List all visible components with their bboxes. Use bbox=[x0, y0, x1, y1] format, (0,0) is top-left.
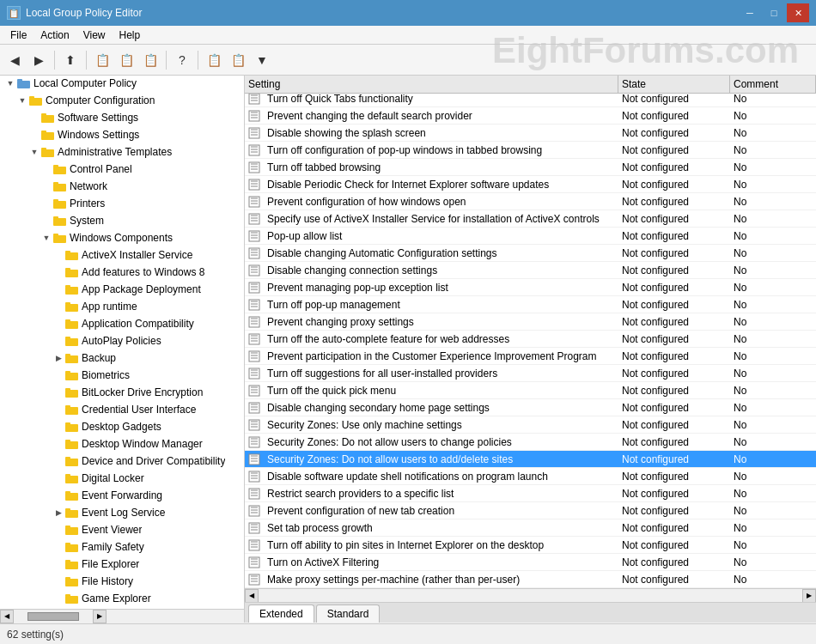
col-header-setting[interactable]: Setting bbox=[245, 76, 618, 93]
tree-item[interactable]: Control Panel bbox=[0, 161, 244, 178]
tree-item[interactable]: ▼Windows Components bbox=[0, 229, 244, 246]
col-header-comment[interactable]: Comment bbox=[730, 76, 816, 93]
tree-item[interactable]: Digital Locker bbox=[0, 470, 244, 487]
tree-item[interactable]: ▼Computer Configuration bbox=[0, 92, 244, 109]
menu-action[interactable]: Action bbox=[33, 27, 76, 43]
cell-setting: Pop-up allow list bbox=[264, 230, 618, 242]
tree-item[interactable]: ▶Event Log Service bbox=[0, 504, 244, 521]
list-row[interactable]: Turn off tabbed browsingNot configuredNo bbox=[245, 159, 816, 176]
menu-view[interactable]: View bbox=[76, 27, 113, 43]
tree-item[interactable]: ▼Administrative Templates bbox=[0, 143, 244, 161]
list-row[interactable]: Turn off suggestions for all user-instal… bbox=[245, 365, 816, 382]
maximize-button[interactable]: □ bbox=[763, 3, 785, 22]
list-row[interactable]: Prevent changing proxy settingsNot confi… bbox=[245, 313, 816, 331]
tree-item-label: BitLocker Drive Encryption bbox=[82, 386, 203, 398]
list-row[interactable]: Prevent configuration of how windows ope… bbox=[245, 193, 816, 210]
tree-item[interactable]: Device and Driver Compatibility bbox=[0, 453, 244, 470]
list-row[interactable]: Disable changing Automatic Configuration… bbox=[245, 245, 816, 262]
forward-button[interactable]: ▶ bbox=[27, 49, 50, 71]
tree-item-label: Application Compatibility bbox=[82, 318, 194, 330]
list-row[interactable]: Security Zones: Use only machine setting… bbox=[245, 416, 816, 434]
list-row[interactable]: Security Zones: Do not allow users to ch… bbox=[245, 434, 816, 451]
up-button[interactable]: ⬆ bbox=[59, 49, 82, 71]
tree-item[interactable]: Game Explorer bbox=[0, 590, 244, 607]
menu-file[interactable]: File bbox=[3, 27, 33, 43]
tree-item[interactable]: Application Compatibility bbox=[0, 315, 244, 332]
list-row[interactable]: Disable showing the splash screenNot con… bbox=[245, 125, 816, 142]
list-row[interactable]: Set tab process growthNot configuredNo bbox=[245, 519, 816, 537]
tree-item[interactable]: App Package Deployment bbox=[0, 281, 244, 298]
tree-item[interactable]: ▶Backup bbox=[0, 349, 244, 367]
customize-button[interactable]: 📋 bbox=[203, 49, 225, 71]
new-window-button[interactable]: 📋 bbox=[139, 49, 161, 71]
tree-item[interactable]: File Explorer bbox=[0, 556, 244, 573]
list-row[interactable]: Turn off ability to pin sites in Interne… bbox=[245, 537, 816, 554]
options-button[interactable]: 📋 bbox=[227, 49, 249, 71]
tree-item[interactable]: Software Settings bbox=[0, 109, 244, 126]
list-hscroll-left[interactable]: ◀ bbox=[245, 589, 259, 603]
tree-item-label: Computer Configuration bbox=[46, 94, 155, 106]
hscroll-thumb[interactable] bbox=[27, 612, 79, 621]
svg-rect-53 bbox=[65, 527, 78, 535]
list-hscroll-right[interactable]: ▶ bbox=[802, 589, 816, 603]
cell-setting: Security Zones: Do not allow users to ch… bbox=[264, 436, 618, 448]
menu-help[interactable]: Help bbox=[113, 27, 148, 43]
hscroll-left-arrow[interactable]: ◀ bbox=[0, 610, 14, 623]
tree-item[interactable]: File History bbox=[0, 573, 244, 590]
list-row[interactable]: Specify use of ActiveX Installer Service… bbox=[245, 210, 816, 228]
list-row[interactable]: Turn off Quick Tabs functionalityNot con… bbox=[245, 94, 816, 107]
tree-item[interactable]: Add features to Windows 8 bbox=[0, 264, 244, 281]
list-row[interactable]: Restrict search providers to a specific … bbox=[245, 485, 816, 502]
properties-button[interactable]: 📋 bbox=[115, 49, 137, 71]
cell-comment: No bbox=[730, 110, 816, 122]
tree-item[interactable]: AutoPlay Policies bbox=[0, 332, 244, 349]
list-row[interactable]: Prevent configuration of new tab creatio… bbox=[245, 502, 816, 519]
help-button[interactable]: ? bbox=[171, 49, 193, 71]
list-row[interactable]: Disable changing secondary home page set… bbox=[245, 399, 816, 416]
policy-icon bbox=[245, 94, 264, 107]
tree-item[interactable]: ActiveX Installer Service bbox=[0, 246, 244, 264]
tree-item[interactable]: Windows Settings bbox=[0, 126, 244, 143]
tree-item[interactable]: Event Viewer bbox=[0, 521, 244, 538]
tree-item[interactable]: Family Safety bbox=[0, 538, 244, 556]
list-row[interactable]: Disable Periodic Check for Internet Expl… bbox=[245, 176, 816, 193]
close-button[interactable]: ✕ bbox=[787, 3, 809, 22]
list-row[interactable]: Turn off the quick pick menuNot configur… bbox=[245, 382, 816, 399]
list-hscroll[interactable]: ◀ ▶ bbox=[245, 588, 816, 602]
list-row[interactable]: Turn off pop-up managementNot configured… bbox=[245, 296, 816, 313]
tree-item[interactable]: App runtime bbox=[0, 298, 244, 315]
back-button[interactable]: ◀ bbox=[3, 49, 26, 71]
list-row[interactable]: Pop-up allow listNot configuredNo bbox=[245, 228, 816, 245]
tree-item[interactable]: Printers bbox=[0, 195, 244, 212]
list-row[interactable]: Security Zones: Do not allow users to ad… bbox=[245, 451, 816, 468]
list-body[interactable]: Prevent Internet Explorer Search box fro… bbox=[245, 94, 816, 588]
tree-body[interactable]: ▼Local Computer Policy▼Computer Configur… bbox=[0, 76, 244, 609]
hscroll-right-arrow[interactable]: ▶ bbox=[93, 610, 107, 623]
list-row[interactable]: Turn off configuration of pop-up windows… bbox=[245, 142, 816, 159]
list-row[interactable]: Disable software update shell notificati… bbox=[245, 468, 816, 485]
tree-item[interactable]: System bbox=[0, 212, 244, 229]
tree-item[interactable]: Desktop Gadgets bbox=[0, 418, 244, 435]
filter-button[interactable]: ▼ bbox=[251, 49, 273, 71]
show-hide-button[interactable]: 📋 bbox=[91, 49, 113, 71]
list-row[interactable]: Prevent managing pop-up exception listNo… bbox=[245, 279, 816, 296]
tree-item[interactable]: Biometrics bbox=[0, 367, 244, 384]
list-row[interactable]: Turn on ActiveX FilteringNot configuredN… bbox=[245, 554, 816, 571]
list-row[interactable]: Prevent participation in the Customer Ex… bbox=[245, 348, 816, 365]
list-row[interactable]: Disable changing connection settingsNot … bbox=[245, 262, 816, 279]
col-header-state[interactable]: State bbox=[618, 76, 730, 93]
tree-item[interactable]: BitLocker Drive Encryption bbox=[0, 384, 244, 401]
tree-item[interactable]: Event Forwarding bbox=[0, 487, 244, 504]
list-row[interactable]: Make proxy settings per-machine (rather … bbox=[245, 571, 816, 588]
tab-extended[interactable]: Extended bbox=[248, 605, 314, 623]
tree-item[interactable]: Desktop Window Manager bbox=[0, 435, 244, 453]
tree-item[interactable]: Network bbox=[0, 178, 244, 195]
tab-standard[interactable]: Standard bbox=[316, 605, 381, 623]
tree-item[interactable]: Credential User Interface bbox=[0, 401, 244, 418]
svg-rect-3 bbox=[29, 98, 42, 106]
tree-hscroll[interactable]: ◀ ▶ bbox=[0, 609, 244, 623]
list-row[interactable]: Turn off the auto-complete feature for w… bbox=[245, 331, 816, 348]
tree-item[interactable]: ▼Local Computer Policy bbox=[0, 76, 244, 92]
list-row[interactable]: Prevent changing the default search prov… bbox=[245, 107, 816, 125]
minimize-button[interactable]: ─ bbox=[739, 3, 761, 22]
